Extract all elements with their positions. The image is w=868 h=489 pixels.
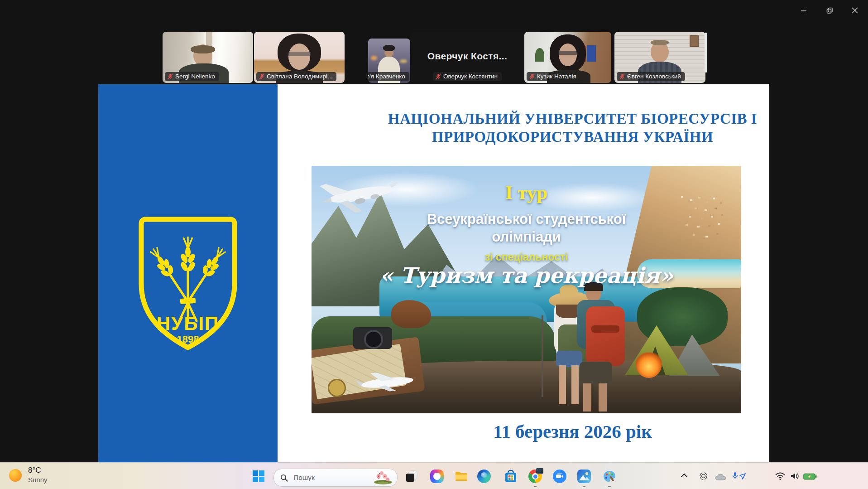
participant-name: Кузик Наталія bbox=[537, 73, 576, 80]
close-icon bbox=[852, 7, 858, 14]
minimize-button[interactable] bbox=[795, 4, 813, 17]
tray-overflow-chevron[interactable] bbox=[681, 473, 688, 478]
slide-title: НАЦІОНАЛЬНИЙ УНІВЕРСИТЕТ БІОРЕСУРСІВ ІПР… bbox=[288, 110, 857, 146]
participant-name-pill: Світлана Володимирі... bbox=[256, 72, 336, 81]
shared-screen-slide: НУБІП 1898 НАЦІОНАЛЬНИЙ УНІВЕРСИТЕТ БІОР… bbox=[98, 84, 769, 462]
onedrive-cloud-icon[interactable] bbox=[715, 473, 726, 480]
taskbar: 8°C Sunny bbox=[0, 462, 868, 489]
slide-title-line2: ПРИРОДОКОРИСТУВАННЯ УКРАЇНИ bbox=[432, 129, 713, 145]
slide-date: 11 березня 2026 рік bbox=[288, 421, 857, 442]
participant-video-hair bbox=[651, 40, 669, 45]
windows-logo-icon bbox=[252, 470, 265, 483]
copilot-icon bbox=[433, 473, 441, 480]
store-button[interactable] bbox=[504, 470, 518, 483]
mic-muted-icon bbox=[168, 73, 173, 80]
speaker-icon[interactable] bbox=[790, 472, 800, 480]
mic-muted-icon bbox=[619, 73, 625, 80]
photos-running-indicator bbox=[583, 486, 585, 487]
participant-video-hair bbox=[383, 45, 395, 51]
campfire-graphic bbox=[636, 350, 662, 378]
participant-tile-yevhen[interactable]: Євген Козловський bbox=[614, 32, 705, 83]
weather-temperature: 8°C bbox=[28, 466, 41, 475]
edge-button[interactable] bbox=[477, 470, 491, 483]
participant-display-name: Оверчук Костя... bbox=[410, 51, 524, 62]
participant-name: Sergi Neilenko bbox=[175, 73, 215, 80]
poster-round-text: І тур bbox=[312, 181, 741, 203]
file-explorer-button[interactable] bbox=[454, 470, 468, 483]
photos-button[interactable] bbox=[577, 470, 591, 483]
logo-acronym: НУБІП bbox=[157, 313, 220, 334]
participant-video-hair bbox=[191, 45, 215, 53]
slide-title-line1: НАЦІОНАЛЬНИЙ УНІВЕРСИТЕТ БІОРЕСУРСІВ І bbox=[388, 111, 757, 127]
battery-charging-icon[interactable] bbox=[803, 473, 817, 480]
restore-button[interactable] bbox=[820, 4, 839, 17]
participant-name: Дар'я Кравченко bbox=[368, 73, 405, 80]
blue-binder-graphic bbox=[587, 45, 596, 62]
minimize-icon bbox=[801, 7, 807, 14]
woman-leg-graphic bbox=[559, 365, 566, 404]
participant-video-face bbox=[288, 44, 310, 70]
paint-button[interactable] bbox=[603, 470, 616, 483]
participant-name-pill: Кузик Наталія bbox=[527, 72, 580, 81]
start-button[interactable] bbox=[252, 470, 265, 483]
woman-leg-graphic bbox=[571, 365, 579, 404]
wifi-icon[interactable] bbox=[775, 472, 785, 480]
participant-name: Світлана Володимирі... bbox=[267, 73, 332, 80]
nubip-shield-logo: НУБІП 1898 bbox=[136, 216, 240, 352]
backpack-strap-graphic bbox=[591, 325, 619, 333]
file-explorer-icon bbox=[454, 470, 468, 483]
mic-muted-icon bbox=[529, 73, 535, 80]
participant-tile-sergi[interactable]: Sergi Neilenko bbox=[163, 32, 253, 83]
photos-icon bbox=[577, 470, 591, 483]
chrome-running-indicator bbox=[534, 486, 537, 487]
chrome-tab-preview-badge bbox=[536, 468, 544, 474]
chrome-button[interactable] bbox=[528, 470, 542, 483]
mic-muted-icon bbox=[436, 73, 441, 80]
search-input[interactable] bbox=[293, 473, 362, 482]
copilot-button[interactable] bbox=[430, 470, 444, 483]
participant-tile-svitlana[interactable]: Світлана Володимирі... bbox=[254, 32, 345, 83]
restore-icon bbox=[826, 7, 833, 14]
participant-name-pill: Дар'я Кравченко bbox=[368, 72, 409, 81]
logo-year: 1898 bbox=[177, 334, 199, 345]
olympiad-poster: І тур Всеукраїнської студентської олімпі… bbox=[312, 166, 741, 413]
participants-scrollbar[interactable] bbox=[705, 33, 707, 73]
task-view-button[interactable] bbox=[405, 470, 418, 483]
paint-running-indicator bbox=[608, 486, 611, 487]
man-leg-graphic bbox=[599, 383, 607, 412]
participant-tile-kuzyk[interactable]: Кузик Наталія bbox=[524, 32, 611, 83]
weather-condition: Sunny bbox=[28, 476, 48, 484]
edge-icon bbox=[481, 472, 487, 478]
zoom-meeting-window: Sergi Neilenko Світлана Володимирі... bbox=[0, 0, 868, 489]
zoom-camera-glyph: zoom bbox=[553, 470, 566, 483]
participant-name: Оверчук Костянтин bbox=[443, 73, 498, 80]
tray-ring-app-icon[interactable] bbox=[699, 472, 708, 480]
participant-name-pill: Євген Козловський bbox=[617, 72, 685, 81]
zoom-app-button[interactable]: zoom bbox=[553, 470, 566, 483]
close-button[interactable] bbox=[846, 4, 864, 17]
poster-line2-text: олімпіади bbox=[312, 229, 741, 245]
weather-widget[interactable]: 8°C Sunny bbox=[8, 465, 72, 487]
seasonal-flower-icon bbox=[373, 471, 393, 484]
participant-tile-darya[interactable]: Дар'я Кравченко bbox=[368, 39, 410, 83]
microphone-in-use-icon[interactable] bbox=[732, 472, 746, 481]
participant-name-pill: Sergi Neilenko bbox=[165, 72, 219, 81]
participant-tile-overchuk[interactable]: Оверчук Костя... Оверчук Костянтин bbox=[410, 32, 524, 83]
trekking-pole-graphic bbox=[542, 315, 543, 397]
svg-text:zoom: zoom bbox=[557, 472, 562, 474]
task-view-icon bbox=[405, 470, 418, 483]
picture-frame-graphic bbox=[690, 35, 699, 47]
search-icon bbox=[280, 474, 288, 482]
man-shorts-graphic bbox=[580, 362, 612, 385]
red-backpack-graphic bbox=[586, 306, 625, 366]
mic-muted-icon bbox=[259, 73, 264, 80]
woman-shorts-graphic bbox=[556, 351, 582, 367]
camera-lens-graphic bbox=[364, 330, 383, 349]
compass-graphic bbox=[328, 379, 346, 397]
paint-icon bbox=[603, 470, 616, 483]
taskbar-search[interactable] bbox=[273, 469, 398, 487]
chrome-icon-core bbox=[533, 474, 537, 479]
store-icon bbox=[504, 470, 518, 483]
street-light-graphic bbox=[400, 59, 407, 63]
participant-video-glasses bbox=[558, 51, 578, 55]
